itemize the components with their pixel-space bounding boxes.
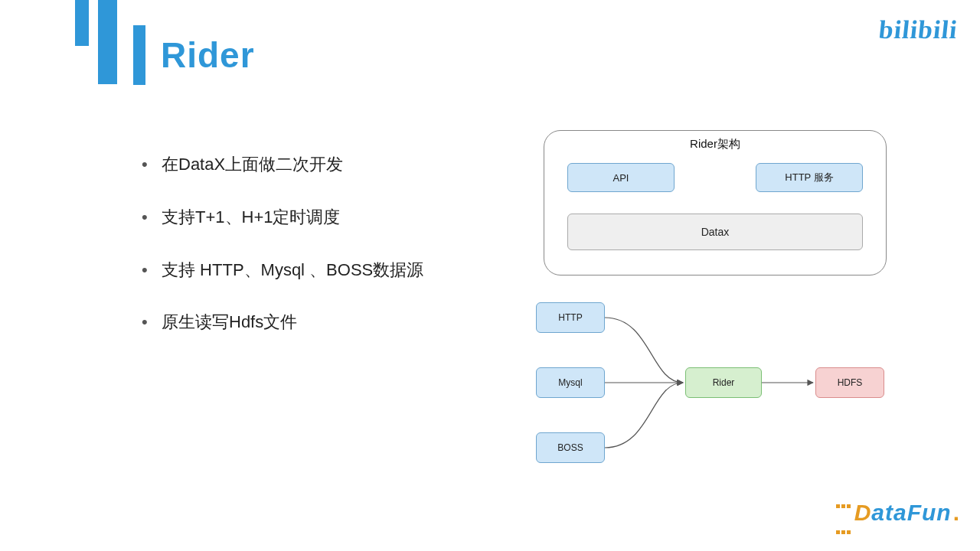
list-item: 在DataX上面做二次开发 — [142, 153, 509, 177]
title-block: Rider — [133, 25, 255, 85]
architecture-top-row: API HTTP 服务 — [567, 163, 863, 192]
flow-diagram: HTTP Mysql BOSS Rider HDFS — [536, 302, 896, 471]
datafun-letter-d: D — [854, 500, 872, 525]
flow-node-http: HTTP — [536, 302, 605, 333]
bilibili-logo: bilibili — [877, 15, 959, 44]
arch-node-datax: Datax — [567, 214, 863, 250]
arch-node-api: API — [567, 163, 675, 192]
header-bar — [75, 0, 89, 46]
datafun-dot: . — [953, 500, 960, 525]
list-item: 支持T+1、H+1定时调度 — [142, 206, 509, 230]
header-bar — [98, 0, 117, 84]
flow-node-mysql: Mysql — [536, 367, 605, 398]
page-title: Rider — [161, 34, 255, 76]
architecture-bottom-row: Datax — [567, 214, 863, 250]
title-accent-bar — [133, 25, 145, 85]
architecture-box: Rider架构 API HTTP 服务 Datax — [544, 130, 887, 276]
architecture-title: Rider架构 — [544, 137, 886, 152]
datafun-logo: DataFun. — [835, 488, 960, 540]
bullet-list: 在DataX上面做二次开发 支持T+1、H+1定时调度 支持 HTTP、Mysq… — [142, 153, 509, 364]
list-item: 支持 HTTP、Mysql 、BOSS数据源 — [142, 259, 509, 282]
datafun-letter-rest: ataFun — [871, 500, 951, 525]
list-item: 原生读写Hdfs文件 — [142, 311, 509, 334]
arch-node-http-service: HTTP 服务 — [756, 163, 863, 192]
datafun-grid-icon — [835, 488, 851, 540]
flow-node-boss: BOSS — [536, 432, 605, 463]
flow-node-hdfs: HDFS — [815, 367, 884, 398]
header-decor-bars — [75, 0, 117, 84]
flow-node-rider: Rider — [685, 367, 762, 398]
